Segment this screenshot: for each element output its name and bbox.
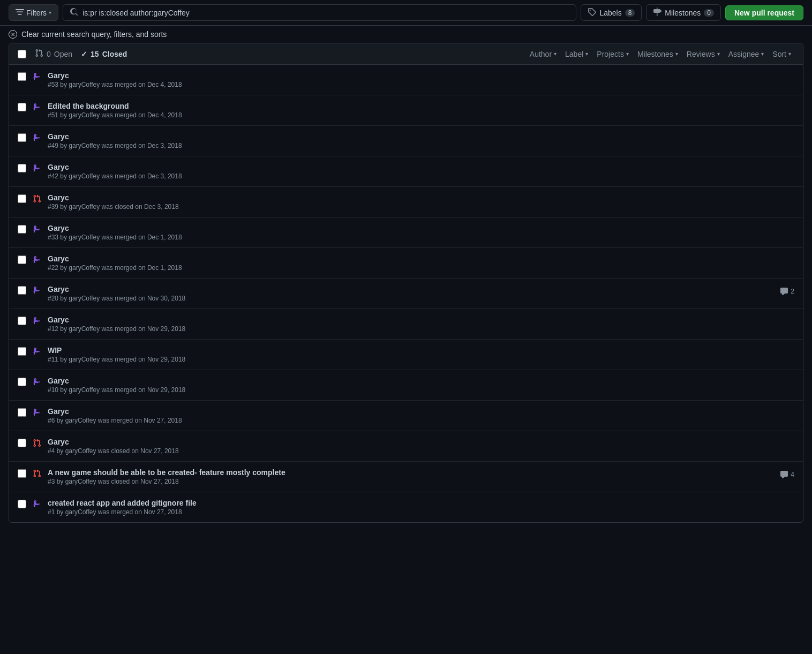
row-checkbox[interactable] [18,347,26,356]
milestones-badge: 0 [704,9,714,17]
pr-meta: #22 by garyCoffey was merged on Dec 1, 2… [48,264,788,272]
pr-title[interactable]: A new game should be able to be created-… [48,468,773,477]
header-filters: Author ▾ Label ▾ Projects ▾ Milestones ▾… [527,49,794,59]
pr-content: Garyc #53 by garyCoffey was merged on De… [48,71,788,88]
label-filter-label: Label [565,50,583,58]
pr-meta: #49 by garyCoffey was merged on Dec 3, 2… [48,142,788,149]
header-tabs: 0 Open ✓ 15 Closed [35,48,518,60]
pr-status-icon [33,500,41,508]
pr-title[interactable]: Garyc [48,132,788,141]
row-checkbox[interactable] [18,408,26,417]
pr-comments[interactable]: 2 [780,287,794,296]
pr-title[interactable]: Edited the background [48,102,788,110]
top-bar: Filters ▾ Labels 8 Milestones 0 New pull… [0,0,812,26]
pr-status-icon [33,469,41,478]
table-row: Garyc #12 by garyCoffey was merged on No… [9,309,803,340]
pr-status-icon [33,378,41,386]
pr-comments[interactable]: 4 [780,470,794,479]
sort-chevron-icon: ▾ [788,51,791,57]
milestones-label: Milestones [665,9,701,17]
closed-label: Closed [102,50,127,58]
row-checkbox[interactable] [18,286,26,295]
row-checkbox[interactable] [18,500,26,508]
clear-text[interactable]: Clear current search query, filters, and… [21,30,167,39]
label-filter-button[interactable]: Label ▾ [562,49,591,59]
pr-content: Garyc #33 by garyCoffey was merged on De… [48,224,788,241]
pr-meta: #1 by garyCoffey was merged on Nov 27, 2… [48,508,788,516]
pr-status-icon [33,408,41,417]
table-row: A new game should be able to be created-… [9,462,803,492]
pr-title[interactable]: Garyc [48,285,773,294]
row-checkbox[interactable] [18,225,26,234]
pr-status-icon [33,286,41,295]
pr-content: Garyc #4 by garyCoffey was closed on Nov… [48,438,788,455]
milestones-button[interactable]: Milestones 0 [646,4,721,21]
pr-title[interactable]: Garyc [48,71,788,80]
row-checkbox[interactable] [18,194,26,203]
author-filter-button[interactable]: Author ▾ [527,49,560,59]
search-icon [70,7,78,18]
sort-filter-button[interactable]: Sort ▾ [769,49,794,59]
pr-content: Garyc #39 by garyCoffey was closed on De… [48,193,788,211]
reviews-filter-button[interactable]: Reviews ▾ [683,49,723,59]
row-checkbox[interactable] [18,378,26,386]
pr-status-icon [33,347,41,356]
pr-title[interactable]: WIP [48,346,788,355]
clear-icon[interactable]: ✕ [9,30,17,39]
row-checkbox[interactable] [18,255,26,264]
pr-status-icon [33,133,41,142]
pr-title[interactable]: created react app and added gitignore fi… [48,499,788,507]
table-row: Garyc #42 by garyCoffey was merged on De… [9,156,803,187]
pr-title[interactable]: Garyc [48,407,788,416]
projects-filter-button[interactable]: Projects ▾ [593,49,632,59]
row-checkbox[interactable] [18,317,26,325]
row-checkbox[interactable] [18,133,26,142]
filters-button[interactable]: Filters ▾ [9,4,58,21]
open-count: 0 [47,50,51,58]
search-bar[interactable] [63,4,576,21]
table-row: Garyc #33 by garyCoffey was merged on De… [9,217,803,248]
pr-status-icon [33,164,41,172]
pr-title[interactable]: Garyc [48,163,788,171]
table-row: WIP #11 by garyCoffey was merged on Nov … [9,340,803,370]
pr-content: Garyc #42 by garyCoffey was merged on De… [48,163,788,180]
comment-icon [780,287,788,296]
table-row: Garyc #6 by garyCoffey was merged on Nov… [9,401,803,431]
new-pull-request-button[interactable]: New pull request [725,5,803,20]
pr-title[interactable]: Garyc [48,438,788,446]
pr-title[interactable]: Garyc [48,315,788,324]
tag-icon [588,7,596,18]
pr-status-icon [33,317,41,325]
reviews-filter-label: Reviews [687,50,715,58]
row-checkbox[interactable] [18,72,26,81]
filter-icon [16,7,24,18]
labels-button[interactable]: Labels 8 [581,4,642,21]
select-all-checkbox[interactable] [18,50,26,58]
open-tab[interactable]: 0 Open [35,48,72,60]
closed-tab[interactable]: ✓ 15 Closed [81,49,127,59]
pr-content: A new game should be able to be created-… [48,468,773,485]
assignee-filter-button[interactable]: Assignee ▾ [725,49,768,59]
projects-chevron-icon: ▾ [626,51,629,57]
pr-title[interactable]: Garyc [48,377,788,385]
pr-title[interactable]: Garyc [48,193,788,202]
pr-title[interactable]: Garyc [48,254,788,263]
row-checkbox[interactable] [18,103,26,111]
milestones-chevron-icon: ▾ [675,51,678,57]
pr-meta: #53 by garyCoffey was merged on Dec 4, 2… [48,81,788,88]
pr-title[interactable]: Garyc [48,224,788,232]
labels-badge: 8 [625,9,635,17]
search-input[interactable] [82,9,569,17]
pr-status-icon [33,225,41,234]
table-row: created react app and added gitignore fi… [9,492,803,522]
pr-content: WIP #11 by garyCoffey was merged on Nov … [48,346,788,363]
row-checkbox[interactable] [18,439,26,447]
filters-chevron-icon: ▾ [49,10,51,16]
row-checkbox[interactable] [18,164,26,172]
milestones-filter-button[interactable]: Milestones ▾ [634,49,681,59]
pr-content: created react app and added gitignore fi… [48,499,788,516]
table-row: Garyc #49 by garyCoffey was merged on De… [9,126,803,156]
table-row: Garyc #22 by garyCoffey was merged on De… [9,248,803,279]
row-checkbox[interactable] [18,469,26,478]
pr-content: Garyc #49 by garyCoffey was merged on De… [48,132,788,149]
